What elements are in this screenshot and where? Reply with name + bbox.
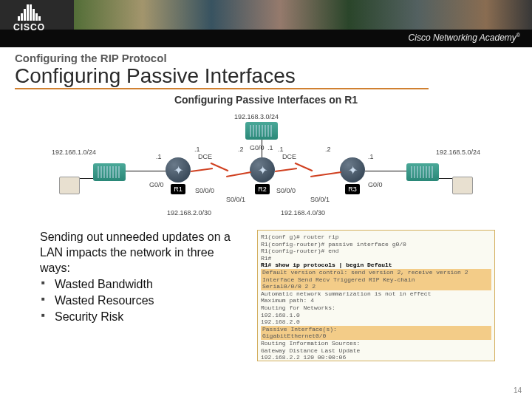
iface-g00: G0/0 — [250, 144, 265, 151]
academy-text: Cisco Networking Academy® — [409, 33, 520, 43]
iface-dot2: .2 — [238, 146, 244, 153]
link — [365, 171, 406, 171]
cli-line: 192.168.2.0 — [261, 318, 491, 326]
bullet-item: Security Risk — [40, 310, 247, 325]
top-banner: CISCO Cisco Networking Academy® — [0, 0, 532, 47]
cli-line: 192.168.1.0 — [261, 312, 491, 319]
cli-line-highlight: GigabitEthernet0/0 — [261, 332, 491, 340]
serial-link — [226, 171, 251, 177]
main-title: Configuring Passive Interfaces — [15, 64, 429, 89]
cli-line: R1# show ip protocols | begin Default — [261, 262, 491, 269]
serial-link — [211, 163, 229, 171]
cli-line-highlight: Serial0/0/0 2 2 — [261, 283, 491, 290]
router-label-r3: R3 — [345, 184, 360, 194]
iface-dot1: .1 — [267, 144, 273, 151]
router-icon-r3: ✦ — [340, 157, 365, 183]
bullet-list: Wasted Bandwidth Wasted Resources Securi… — [40, 277, 247, 324]
iface-dot1: .1 — [194, 146, 200, 153]
cisco-bars-icon — [18, 4, 41, 21]
iface-s000: S0/0/0 — [276, 187, 296, 194]
cli-line: Automatic network summarization is not i… — [261, 290, 491, 298]
iface-dot2: .2 — [325, 146, 331, 153]
cli-line: Gateway Distance Last Update — [261, 347, 491, 355]
router-label-r1: R1 — [171, 184, 185, 194]
iface-dot1: .1 — [368, 153, 374, 160]
cli-line-highlight: Default version control: send version 2,… — [261, 269, 491, 276]
cli-line-highlight: Passive Interface(s): — [261, 326, 491, 333]
subnet-left: 192.168.1.0/24 — [52, 149, 96, 156]
iface-s001: S0/0/1 — [310, 196, 330, 203]
cli-line: Maximum path: 4 — [261, 297, 491, 304]
serial-link — [295, 163, 313, 171]
pretitle: Configuring the RIP Protocol — [15, 52, 517, 64]
host-left — [59, 177, 80, 194]
iface-s001: S0/0/1 — [226, 196, 245, 203]
serial-link — [191, 168, 213, 172]
iface-dot1: .1 — [156, 153, 162, 160]
cli-line: R1(conf g)# router rip — [261, 233, 491, 241]
host-right — [452, 177, 473, 194]
bullet-item: Wasted Resources — [40, 293, 247, 309]
cisco-logo-text: CISCO — [13, 22, 45, 33]
cli-line: R1# — [261, 255, 491, 262]
cli-line: Routing Information Sources: — [261, 340, 491, 347]
iface-g00: G0/0 — [368, 181, 383, 188]
subnet-bottom-left: 192.168.2.0/30 — [167, 209, 211, 216]
router-icon-r2: ✦ — [250, 157, 275, 183]
text-column: Sending out unneeded updates on a LAN im… — [40, 230, 247, 361]
content-area: Configuring the RIP Protocol Configuring… — [0, 47, 532, 361]
cli-line: R1(config-router)# passive interface g0/… — [261, 241, 491, 248]
page-number: 14 — [514, 386, 522, 395]
serial-link — [310, 171, 341, 177]
body-row: Sending out unneeded updates on a LAN im… — [15, 227, 517, 361]
bullet-item: Wasted Bandwidth — [40, 277, 247, 293]
switch-right — [406, 163, 439, 181]
serial-link — [275, 168, 297, 172]
lead-text: Sending out unneeded updates on a LAN im… — [40, 230, 247, 276]
cli-line: R1(config-router)# end — [261, 248, 491, 255]
iface-dot1: .1 — [278, 146, 284, 153]
switch-top — [245, 122, 278, 140]
iface-dce: DCE — [198, 153, 212, 160]
cisco-logo: CISCO — [13, 4, 45, 33]
cli-output-box: R1(conf g)# router rip R1(config-router)… — [257, 230, 495, 361]
cli-line: 192.168.2.2 120 00:00:06 — [261, 354, 491, 361]
subnet-top: 192.168.3.0/24 — [234, 113, 279, 120]
router-icon-r1: ✦ — [166, 157, 191, 183]
subnet-right: 192.168.5.0/24 — [436, 149, 480, 156]
iface-g00: G0/0 — [149, 181, 164, 188]
link — [80, 178, 93, 179]
link — [439, 178, 452, 179]
network-diagram: 192.168.3.0/24 192.168.1.0/24 192.168.5.… — [59, 113, 473, 224]
subnet-bottom-right: 192.168.4.0/30 — [281, 209, 325, 216]
link — [126, 171, 167, 171]
router-label-r2: R2 — [255, 184, 270, 194]
iface-s000: S0/0/0 — [195, 187, 214, 194]
cli-line: Routing for Networks: — [261, 304, 491, 312]
cli-line-highlight: Interface Send Recv Triggered RIP Key-ch… — [261, 276, 491, 284]
figure-title: Configuring Passive Interfaces on R1 — [15, 94, 517, 106]
iface-dce: DCE — [282, 153, 296, 160]
switch-left — [93, 163, 126, 181]
